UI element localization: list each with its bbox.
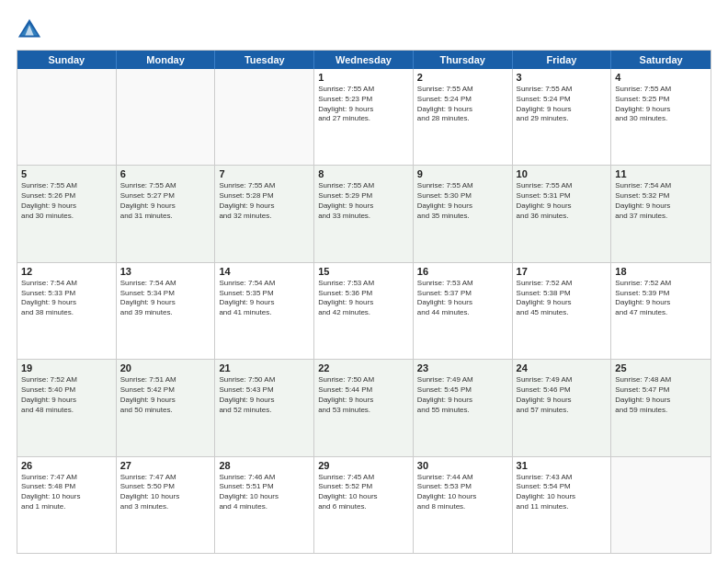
day-cell-15: 15Sunrise: 7:53 AMSunset: 5:36 PMDayligh… (314, 263, 414, 359)
calendar-row-4: 26Sunrise: 7:47 AMSunset: 5:48 PMDayligh… (17, 456, 711, 553)
day-number: 3 (517, 72, 608, 83)
day-info: Sunrise: 7:54 AMSunset: 5:35 PMDaylight:… (219, 279, 310, 318)
day-cell-21: 21Sunrise: 7:50 AMSunset: 5:43 PMDayligh… (215, 360, 314, 455)
day-cell-3: 3Sunrise: 7:55 AMSunset: 5:24 PMDaylight… (513, 69, 612, 165)
day-info: Sunrise: 7:55 AMSunset: 5:28 PMDaylight:… (219, 181, 310, 221)
day-cell-22: 22Sunrise: 7:50 AMSunset: 5:44 PMDayligh… (314, 360, 414, 455)
day-number: 20 (120, 362, 211, 373)
header (17, 17, 711, 42)
day-cell-16: 16Sunrise: 7:53 AMSunset: 5:37 PMDayligh… (414, 263, 513, 359)
day-cell-1: 1Sunrise: 7:55 AMSunset: 5:23 PMDaylight… (314, 69, 414, 165)
day-number: 31 (517, 460, 608, 471)
day-cell-5: 5Sunrise: 7:55 AMSunset: 5:26 PMDaylight… (17, 166, 117, 261)
logo (17, 17, 48, 42)
day-number: 29 (318, 460, 409, 471)
day-number: 17 (517, 266, 608, 277)
weekday-header-thursday: Thursday (414, 51, 513, 69)
day-number: 25 (615, 362, 707, 373)
calendar: SundayMondayTuesdayWednesdayThursdayFrid… (17, 50, 711, 554)
day-number: 22 (318, 362, 409, 373)
empty-cell-0-2 (215, 69, 314, 165)
day-cell-7: 7Sunrise: 7:55 AMSunset: 5:28 PMDaylight… (215, 166, 314, 261)
day-info: Sunrise: 7:55 AMSunset: 5:27 PMDaylight:… (120, 181, 211, 221)
day-number: 5 (21, 168, 112, 179)
day-number: 28 (219, 460, 310, 471)
day-cell-27: 27Sunrise: 7:47 AMSunset: 5:50 PMDayligh… (117, 457, 216, 553)
day-number: 15 (318, 266, 409, 277)
calendar-row-1: 5Sunrise: 7:55 AMSunset: 5:26 PMDaylight… (17, 165, 711, 261)
day-number: 11 (615, 168, 707, 179)
day-info: Sunrise: 7:52 AMSunset: 5:38 PMDaylight:… (517, 279, 608, 318)
day-cell-4: 4Sunrise: 7:55 AMSunset: 5:25 PMDaylight… (611, 69, 711, 165)
day-info: Sunrise: 7:52 AMSunset: 5:40 PMDaylight:… (21, 375, 112, 415)
day-cell-30: 30Sunrise: 7:44 AMSunset: 5:53 PMDayligh… (414, 457, 513, 553)
day-info: Sunrise: 7:55 AMSunset: 5:25 PMDaylight:… (615, 85, 707, 124)
day-info: Sunrise: 7:54 AMSunset: 5:32 PMDaylight:… (615, 181, 707, 221)
day-cell-28: 28Sunrise: 7:46 AMSunset: 5:51 PMDayligh… (215, 457, 314, 553)
day-number: 14 (219, 266, 310, 277)
day-number: 21 (219, 362, 310, 373)
day-info: Sunrise: 7:55 AMSunset: 5:24 PMDaylight:… (417, 85, 508, 124)
day-cell-24: 24Sunrise: 7:49 AMSunset: 5:46 PMDayligh… (513, 360, 612, 455)
day-cell-25: 25Sunrise: 7:48 AMSunset: 5:47 PMDayligh… (611, 360, 711, 455)
day-cell-8: 8Sunrise: 7:55 AMSunset: 5:29 PMDaylight… (314, 166, 414, 261)
day-number: 10 (517, 168, 608, 179)
day-info: Sunrise: 7:46 AMSunset: 5:51 PMDaylight:… (219, 473, 310, 512)
day-number: 23 (417, 362, 508, 373)
day-info: Sunrise: 7:43 AMSunset: 5:54 PMDaylight:… (517, 473, 608, 512)
empty-cell-4-6 (611, 457, 711, 553)
weekday-header-saturday: Saturday (611, 51, 711, 69)
day-number: 4 (615, 72, 707, 83)
day-cell-14: 14Sunrise: 7:54 AMSunset: 5:35 PMDayligh… (215, 263, 314, 359)
logo-icon (17, 17, 42, 42)
day-number: 24 (517, 362, 608, 373)
day-info: Sunrise: 7:55 AMSunset: 5:29 PMDaylight:… (318, 181, 409, 221)
day-info: Sunrise: 7:47 AMSunset: 5:48 PMDaylight:… (21, 473, 112, 512)
day-cell-2: 2Sunrise: 7:55 AMSunset: 5:24 PMDaylight… (414, 69, 513, 165)
empty-cell-0-1 (117, 69, 216, 165)
calendar-row-0: 1Sunrise: 7:55 AMSunset: 5:23 PMDaylight… (17, 69, 711, 165)
day-info: Sunrise: 7:50 AMSunset: 5:44 PMDaylight:… (318, 375, 409, 415)
day-cell-13: 13Sunrise: 7:54 AMSunset: 5:34 PMDayligh… (117, 263, 216, 359)
day-number: 12 (21, 266, 112, 277)
day-info: Sunrise: 7:52 AMSunset: 5:39 PMDaylight:… (615, 279, 707, 318)
day-number: 30 (417, 460, 508, 471)
day-number: 2 (417, 72, 508, 83)
page: SundayMondayTuesdayWednesdayThursdayFrid… (0, 0, 728, 563)
weekday-header-tuesday: Tuesday (215, 51, 314, 69)
day-number: 27 (120, 460, 211, 471)
day-cell-12: 12Sunrise: 7:54 AMSunset: 5:33 PMDayligh… (17, 263, 117, 359)
day-info: Sunrise: 7:49 AMSunset: 5:46 PMDaylight:… (517, 375, 608, 415)
day-info: Sunrise: 7:50 AMSunset: 5:43 PMDaylight:… (219, 375, 310, 415)
day-cell-29: 29Sunrise: 7:45 AMSunset: 5:52 PMDayligh… (314, 457, 414, 553)
day-cell-23: 23Sunrise: 7:49 AMSunset: 5:45 PMDayligh… (414, 360, 513, 455)
calendar-header: SundayMondayTuesdayWednesdayThursdayFrid… (17, 51, 711, 69)
day-cell-6: 6Sunrise: 7:55 AMSunset: 5:27 PMDaylight… (117, 166, 216, 261)
day-cell-11: 11Sunrise: 7:54 AMSunset: 5:32 PMDayligh… (611, 166, 711, 261)
day-number: 9 (417, 168, 508, 179)
day-info: Sunrise: 7:55 AMSunset: 5:31 PMDaylight:… (517, 181, 608, 221)
day-number: 26 (21, 460, 112, 471)
calendar-row-2: 12Sunrise: 7:54 AMSunset: 5:33 PMDayligh… (17, 262, 711, 359)
day-number: 16 (417, 266, 508, 277)
day-number: 6 (120, 168, 211, 179)
weekday-header-friday: Friday (513, 51, 612, 69)
day-info: Sunrise: 7:49 AMSunset: 5:45 PMDaylight:… (417, 375, 508, 415)
day-cell-10: 10Sunrise: 7:55 AMSunset: 5:31 PMDayligh… (513, 166, 612, 261)
day-number: 19 (21, 362, 112, 373)
day-info: Sunrise: 7:45 AMSunset: 5:52 PMDaylight:… (318, 473, 409, 512)
day-info: Sunrise: 7:55 AMSunset: 5:23 PMDaylight:… (318, 85, 409, 124)
empty-cell-0-0 (17, 69, 117, 165)
day-info: Sunrise: 7:54 AMSunset: 5:34 PMDaylight:… (120, 279, 211, 318)
weekday-header-monday: Monday (117, 51, 216, 69)
day-info: Sunrise: 7:47 AMSunset: 5:50 PMDaylight:… (120, 473, 211, 512)
calendar-body: 1Sunrise: 7:55 AMSunset: 5:23 PMDaylight… (17, 69, 711, 553)
day-info: Sunrise: 7:55 AMSunset: 5:30 PMDaylight:… (417, 181, 508, 221)
day-cell-26: 26Sunrise: 7:47 AMSunset: 5:48 PMDayligh… (17, 457, 117, 553)
weekday-header-sunday: Sunday (17, 51, 117, 69)
day-number: 7 (219, 168, 310, 179)
day-number: 1 (318, 72, 409, 83)
day-info: Sunrise: 7:55 AMSunset: 5:26 PMDaylight:… (21, 181, 112, 221)
day-info: Sunrise: 7:53 AMSunset: 5:37 PMDaylight:… (417, 279, 508, 318)
day-info: Sunrise: 7:48 AMSunset: 5:47 PMDaylight:… (615, 375, 707, 415)
